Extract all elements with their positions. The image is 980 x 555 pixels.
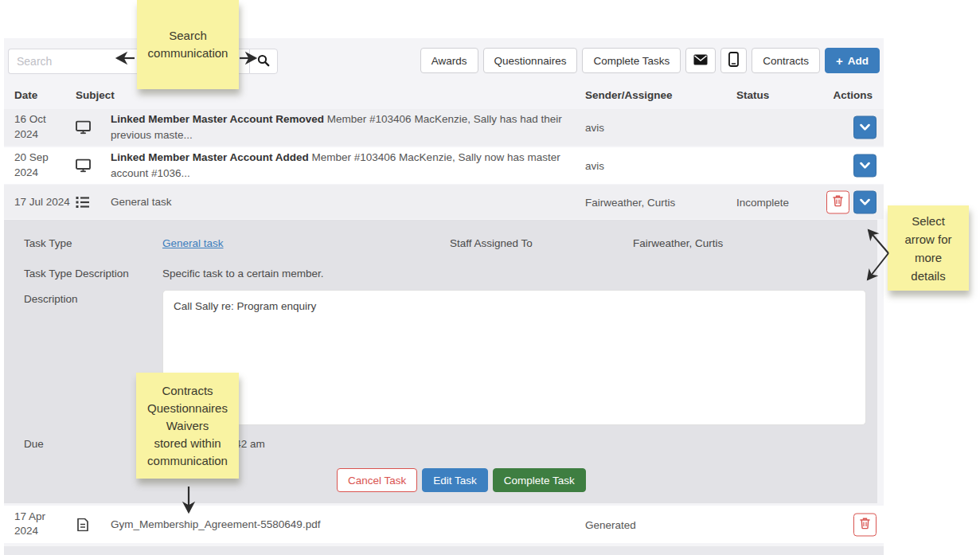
column-header-date: Date	[14, 89, 37, 101]
row-sender: avis	[585, 160, 604, 172]
chevron-down-icon	[860, 196, 870, 208]
search-button[interactable]	[249, 49, 278, 74]
staff-assigned-value: Fairweather, Curtis	[633, 237, 723, 249]
cancel-task-button[interactable]: Cancel Task	[337, 468, 417, 492]
row-subject: General task	[111, 193, 572, 209]
mobile-icon	[728, 52, 739, 69]
contracts-button[interactable]: Contracts	[752, 48, 820, 73]
column-header-actions: Actions	[833, 89, 873, 101]
due-label: Due	[24, 438, 44, 450]
annotation-note-contracts: Contracts Questionnaires Waivers stored …	[136, 373, 239, 479]
chevron-down-icon	[860, 160, 870, 172]
column-header-sender: Sender/Assignee	[585, 89, 673, 101]
email-filter-button[interactable]	[685, 48, 716, 73]
table-row: 17 Apr 2024 Gym_Membership_Agreement-558…	[4, 506, 884, 543]
sms-filter-button[interactable]	[720, 48, 747, 73]
toolbar-filter-buttons: Awards Questionnaires Complete Tasks Con…	[420, 48, 880, 73]
desktop-icon	[74, 159, 92, 173]
expand-row-button[interactable]	[853, 116, 877, 139]
row-subject: Gym_Membership_Agreement-5580649.pdf	[111, 516, 572, 532]
row-sender: Generated	[585, 518, 636, 530]
row-date: 16 Oct 2024	[14, 112, 65, 143]
ordered-list-icon	[74, 196, 92, 209]
delete-task-button[interactable]	[826, 190, 849, 213]
annotation-note-select-arrow: Select arrow for more details	[888, 205, 969, 291]
complete-task-button[interactable]: Complete Task	[493, 468, 586, 492]
edit-task-button[interactable]: Edit Task	[422, 468, 488, 492]
row-subject: Linked Member Master Account Added Membe…	[111, 150, 572, 182]
complete-tasks-button[interactable]: Complete Tasks	[582, 48, 681, 73]
row-status: Incomplete	[736, 196, 789, 208]
desktop-icon	[74, 121, 92, 135]
plus-icon: +	[836, 54, 843, 68]
table-header: Date Subject Sender/Assignee Status Acti…	[4, 83, 884, 108]
expand-row-button[interactable]	[853, 154, 877, 178]
row-sender: Fairweather, Curtis	[585, 196, 675, 208]
annotation-note-search: Search communication	[137, 0, 239, 89]
task-type-link[interactable]: General task	[162, 237, 224, 249]
description-textarea[interactable]: Call Sally re: Program enquiry	[162, 290, 866, 425]
task-detail-panel: Task Type General task Staff Assigned To…	[4, 220, 877, 503]
table-row: 16 Oct 2024 Linked Member Master Account…	[4, 109, 884, 146]
row-subject: Linked Member Master Account Removed Mem…	[111, 111, 572, 144]
task-type-label: Task Type	[24, 237, 72, 249]
communications-toolbar: Awards Questionnaires Complete Tasks Con…	[4, 38, 884, 81]
expand-row-button[interactable]	[853, 190, 877, 213]
search-icon	[257, 54, 270, 69]
staff-assigned-label: Staff Assigned To	[450, 237, 533, 249]
task-type-description-value: Specific task to a certain member.	[162, 268, 324, 279]
chevron-down-icon	[860, 122, 870, 134]
task-type-description-label: Task Type Description	[24, 268, 129, 279]
panel-footer-strip	[4, 546, 884, 555]
table-row: 20 Sep 2024 Linked Member Master Account…	[4, 147, 884, 184]
column-header-subject: Subject	[76, 89, 115, 101]
delete-document-button[interactable]	[853, 513, 877, 536]
awards-button[interactable]: Awards	[420, 48, 478, 73]
trash-icon	[860, 518, 870, 532]
add-button[interactable]: +Add	[825, 48, 880, 73]
row-date: 17 Jul 2024	[14, 194, 65, 209]
column-header-status: Status	[736, 89, 769, 101]
description-label: Description	[24, 293, 78, 305]
table-row: 17 Jul 2024 General task Fairweather, Cu…	[4, 185, 884, 219]
questionnaires-button[interactable]: Questionnaires	[483, 48, 578, 73]
envelope-icon	[693, 54, 708, 68]
row-date: 17 Apr 2024	[14, 510, 65, 540]
document-icon	[74, 518, 92, 531]
add-button-label: Add	[848, 55, 869, 67]
task-action-buttons: Cancel Task Edit Task Complete Task	[337, 468, 586, 492]
trash-icon	[833, 195, 843, 209]
row-date: 20 Sep 2024	[14, 150, 65, 181]
row-sender: avis	[585, 122, 604, 134]
